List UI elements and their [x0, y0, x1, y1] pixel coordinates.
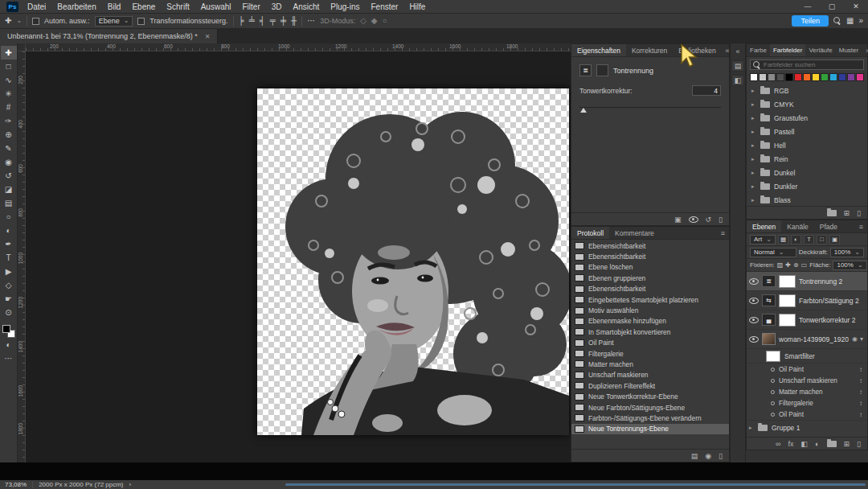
layer-tontrennung[interactable]: ≣ Tontrennung 2 — [747, 272, 867, 291]
color-swatch[interactable] — [776, 73, 784, 81]
align-right-icon[interactable]: ╡ — [260, 17, 265, 25]
opacity-dropdown[interactable]: 100% ⌄ — [830, 248, 864, 257]
smart-filter-oil-paint[interactable]: Oil Paint ↕ — [747, 364, 867, 375]
lasso-tool[interactable]: ∿ — [1, 73, 17, 87]
menu-plugins[interactable]: Plug-ins — [325, 2, 365, 12]
lock-all-icon[interactable]: ▭ — [801, 261, 808, 269]
lock-transparency-icon[interactable]: ▨ — [777, 261, 784, 269]
filter-visibility-icon[interactable] — [771, 390, 775, 394]
filter-shape-layers-icon[interactable]: □ — [817, 235, 827, 244]
huesat-adjustment-thumbnail[interactable]: ⇆ — [762, 294, 776, 306]
show-transform-controls-checkbox[interactable] — [137, 18, 145, 25]
smart-filter-matter[interactable]: Matter machen ↕ — [747, 386, 867, 397]
swatch-group-pastell[interactable]: ▸Pastell — [747, 125, 867, 138]
minimize-button[interactable]: — — [796, 0, 820, 13]
history-item-selected[interactable]: Neue Tontrennungs-Ebene — [571, 424, 729, 434]
layer-farbton[interactable]: ⇆ Farbton/Sättigung 2 — [747, 291, 867, 310]
eyedropper-tool[interactable]: ✑ — [1, 114, 17, 128]
menu-auswahl[interactable]: Auswahl — [195, 2, 237, 12]
align-left-icon[interactable]: ╞ — [239, 17, 244, 25]
new-document-from-state-icon[interactable]: ▤ — [691, 452, 698, 460]
collapse-dock-icon[interactable]: « — [731, 46, 744, 57]
history-brush-tool[interactable]: ↺ — [1, 169, 17, 183]
smart-filter-mask-row[interactable]: Smartfilter — [747, 349, 867, 364]
color-swatch[interactable] — [838, 73, 846, 81]
fill-dropdown[interactable]: 100% ⌄ — [833, 261, 866, 270]
distribute-vertical-icon[interactable]: ╫ — [291, 17, 297, 25]
history-item[interactable]: Filtergalerie — [571, 348, 729, 359]
tab-korrekturen[interactable]: Korrekturen — [626, 44, 673, 56]
canvas-area[interactable]: 200 400 600 800 1000 1200 1400 1600 1800… — [18, 43, 571, 462]
swatch-group-rein[interactable]: ▸Rein — [747, 152, 867, 166]
filter-visibility-icon[interactable] — [771, 368, 775, 372]
eraser-tool[interactable]: ◪ — [1, 183, 17, 196]
zoom-level-field[interactable]: 73,08% — [5, 481, 27, 488]
layer-mask-thumbnail[interactable] — [779, 314, 796, 327]
menu-schrift[interactable]: Schrift — [161, 2, 194, 12]
collapse-panel-icon[interactable]: « — [726, 47, 730, 55]
history-item[interactable]: Ebenensichtbarkeit — [571, 240, 729, 251]
menu-bild[interactable]: Bild — [102, 2, 127, 12]
document-tab[interactable]: Unbenannt-1 bei 73,1% (Tontrennung 2, Eb… — [0, 29, 218, 43]
menu-fenster[interactable]: Fenster — [365, 2, 403, 12]
history-item[interactable]: Neue Tonwertkorrektur-Ebene — [571, 391, 729, 401]
color-swatch[interactable] — [750, 73, 758, 81]
type-tool[interactable]: T — [1, 251, 17, 265]
new-swatch-icon[interactable]: ⊞ — [844, 209, 850, 217]
quick-selection-tool[interactable]: ✳ — [1, 87, 17, 101]
layer-visibility-icon[interactable] — [749, 278, 759, 285]
smart-object-thumbnail[interactable] — [762, 333, 776, 345]
foreground-color-swatch[interactable] — [2, 325, 10, 333]
new-group-icon[interactable] — [827, 210, 837, 216]
delete-layer-icon[interactable]: ▯ — [857, 440, 861, 448]
menu-filter[interactable]: Filter — [237, 2, 266, 12]
swatch-group-graustufen[interactable]: ▸Graustufen — [747, 111, 867, 125]
filter-visibility-icon[interactable] — [771, 401, 775, 405]
color-swatch[interactable] — [856, 73, 864, 81]
history-item[interactable]: Farbton-/Sättigungs-Ebene verändern — [571, 413, 729, 423]
tab-farbe[interactable]: Farbe — [747, 44, 770, 56]
tab-farbfelder[interactable]: Farbfelder — [770, 44, 805, 56]
tab-kanaele[interactable]: Kanäle — [781, 220, 813, 232]
color-swatch[interactable] — [821, 73, 829, 81]
visibility-icon[interactable] — [689, 216, 698, 223]
tab-pfade[interactable]: Pfade — [814, 220, 843, 232]
history-item[interactable]: In Smartobjekt konvertieren — [571, 327, 729, 337]
screen-mode-button[interactable]: ⋯ — [1, 351, 17, 365]
tab-eigenschaften[interactable]: Eigenschaften — [571, 44, 626, 56]
history-item[interactable]: Oil Paint — [571, 338, 729, 348]
move-tool[interactable]: ✚ — [1, 46, 17, 60]
smart-filter-unscharf[interactable]: Unscharf maskieren ↕ — [747, 375, 867, 386]
status-options-icon[interactable]: › — [129, 481, 132, 488]
swatch-group-rgb[interactable]: ▸RGB — [747, 84, 867, 97]
filter-blend-options-icon[interactable]: ↕ — [859, 366, 862, 373]
filter-pixel-layers-icon[interactable]: ▦ — [778, 235, 788, 244]
new-layer-icon[interactable]: ⊞ — [844, 440, 850, 448]
smart-filter-oil-paint-2[interactable]: Oil Paint ↕ — [747, 409, 867, 420]
link-layers-icon[interactable]: ∞ — [776, 440, 780, 448]
tab-muster[interactable]: Muster — [836, 44, 862, 56]
smart-filter-filtergalerie[interactable]: Filtergalerie ↕ — [747, 397, 867, 409]
lock-position-icon[interactable]: ⊕ — [793, 261, 799, 269]
path-selection-tool[interactable]: ▶ — [1, 265, 17, 278]
distribute-horizontal-icon[interactable]: ╪ — [280, 17, 286, 25]
menu-3d[interactable]: 3D — [266, 2, 288, 12]
tab-ebenen[interactable]: Ebenen — [747, 220, 781, 232]
healing-brush-tool[interactable]: ⊕ — [1, 128, 17, 142]
close-tab-icon[interactable]: ✕ — [205, 33, 211, 40]
menu-ansicht[interactable]: Ansicht — [288, 2, 326, 12]
history-item[interactable]: Unscharf maskieren — [571, 370, 729, 380]
posterize-adjustment-thumbnail[interactable]: ≣ — [762, 275, 776, 287]
color-swatch[interactable] — [794, 73, 802, 81]
layer-effects-icon[interactable]: fx — [788, 440, 794, 448]
align-bottom-icon[interactable]: ╧ — [249, 17, 255, 25]
delete-icon[interactable]: ▯ — [857, 209, 861, 217]
color-swatch[interactable] — [803, 73, 811, 81]
history-item[interactable]: Neue Farbton/Sättigungs-Ebene — [571, 402, 729, 413]
auto-select-checkbox[interactable] — [32, 18, 39, 25]
expand-smart-filters-icon[interactable]: ▾ — [860, 335, 863, 343]
history-item[interactable]: Ebene löschen — [571, 262, 729, 273]
blend-mode-dropdown[interactable]: Normal ⌄ — [750, 248, 796, 257]
color-swatch[interactable] — [759, 73, 767, 81]
menu-bearbeiten[interactable]: Bearbeiten — [51, 2, 101, 12]
